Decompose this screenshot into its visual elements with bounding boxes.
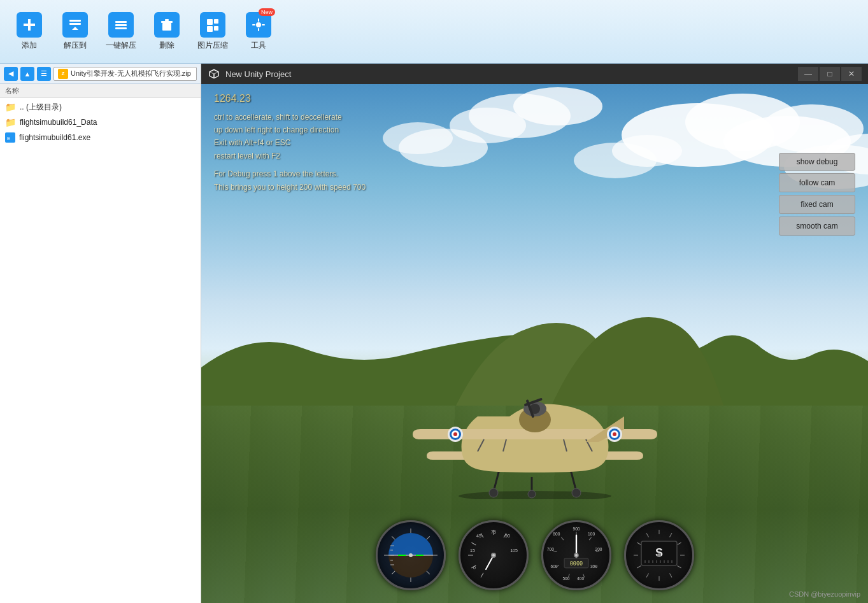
name-column-header: 名称	[5, 86, 19, 96]
svg-rect-18	[252, 24, 255, 25]
file-name-parent: .. (上级目录)	[20, 102, 62, 113]
svg-line-82	[481, 573, 483, 578]
svg-line-121	[669, 574, 672, 578]
gauge-speed: 75 90 105 45 15 0	[459, 520, 529, 590]
extract-all-icon	[108, 12, 134, 38]
svg-text:100: 100	[588, 532, 595, 536]
file-item-parent[interactable]: 📁 .. (上级目录)	[0, 99, 201, 115]
instruction-3: Exit with Alt+f4 or ESC	[214, 136, 366, 149]
svg-point-39	[489, 488, 498, 497]
gauges-row: 75 90 105 45 15 0	[376, 520, 694, 590]
instruction-6: This brings you to height 200 with speed…	[214, 181, 366, 194]
window-controls: — □ ✕	[798, 67, 862, 81]
svg-rect-11	[207, 19, 213, 25]
file-item-data[interactable]: 📁 flightsimubuild61_Data	[0, 115, 201, 130]
tools-icon: New	[246, 12, 271, 38]
svg-line-117	[669, 533, 672, 537]
tools-button[interactable]: New 工具	[236, 7, 281, 56]
extract-all-button[interactable]: 一键解压	[98, 7, 144, 56]
instruction-2: up down left right to change direction	[214, 124, 366, 136]
svg-text:900: 900	[573, 527, 580, 531]
svg-line-127	[646, 533, 649, 537]
svg-rect-16	[258, 18, 259, 22]
instruction-4: restart level with F2	[214, 150, 366, 162]
svg-text:15: 15	[470, 548, 475, 553]
new-badge: New	[259, 8, 275, 16]
watermark: CSDN @biyezuopinvip	[789, 590, 860, 598]
svg-line-109	[561, 537, 564, 540]
nav-back-button[interactable]: ◀	[4, 67, 18, 81]
add-label: 添加	[22, 40, 37, 51]
smooth-cam-button[interactable]: smooth cam	[779, 216, 855, 236]
svg-text:700: 700	[546, 547, 553, 551]
follow-cam-button[interactable]: follow cam	[779, 173, 855, 192]
unity-logo-icon	[208, 67, 220, 80]
gauge-direction: S	[624, 520, 694, 590]
camera-buttons: follow cam fixed cam smooth cam	[779, 173, 855, 236]
show-debug-button[interactable]: show debug	[779, 153, 855, 171]
svg-rect-12	[214, 19, 218, 24]
hud-score: 1264.23	[214, 90, 366, 107]
smooth-cam-label: smooth cam	[796, 222, 837, 231]
game-viewport[interactable]: 1264.23 ctrl to accellerate, shift to de…	[201, 84, 868, 603]
svg-line-126	[637, 543, 641, 545]
svg-line-102	[589, 537, 592, 540]
parent-folder-icon: 📁	[5, 102, 16, 112]
svg-rect-7	[115, 27, 127, 29]
svg-line-62	[426, 571, 429, 574]
address-path: Z Unity引擎开发-无人机模拟飞行实现.zip	[53, 67, 197, 81]
svg-rect-6	[115, 24, 127, 26]
toolbar: 添加 解压到 一键解压 删除 图片压缩 New 工具	[0, 0, 868, 64]
maximize-button[interactable]: □	[820, 67, 840, 81]
svg-rect-17	[258, 28, 259, 31]
svg-point-15	[256, 22, 261, 27]
close-button[interactable]: ✕	[841, 67, 862, 81]
show-debug-label: show debug	[797, 157, 838, 166]
gauge-altitude	[376, 520, 446, 590]
fixed-cam-button[interactable]: fixed cam	[779, 195, 855, 214]
address-text: Unity引擎开发-无人机模拟飞行实现.zip	[71, 69, 191, 78]
svg-text:300: 300	[590, 564, 597, 569]
svg-point-40	[572, 488, 581, 497]
svg-point-91	[492, 554, 495, 557]
unity-titlebar: New Unity Project — □ ✕	[201, 64, 868, 84]
extract-button[interactable]: 解压到	[52, 7, 98, 56]
svg-rect-14	[207, 26, 213, 32]
tools-label: 工具	[251, 40, 266, 51]
file-item-exe[interactable]: E flightsimubuild61.exe	[0, 130, 201, 145]
svg-rect-5	[115, 21, 127, 23]
file-manager: ◀ ▲ ☰ Z Unity引擎开发-无人机模拟飞行实现.zip 名称 📁 .. …	[0, 64, 201, 603]
fixed-cam-label: fixed cam	[800, 200, 833, 209]
delete-button[interactable]: 删除	[144, 7, 190, 56]
imgzip-label: 图片压缩	[197, 40, 228, 51]
svg-rect-13	[214, 26, 218, 31]
svg-text:800: 800	[553, 532, 560, 536]
instruction-1: ctrl to accellerate, shift to deccellera…	[214, 111, 366, 124]
imgzip-button[interactable]: 图片压缩	[190, 7, 236, 56]
svg-point-115	[575, 554, 578, 557]
file-list: 📁 .. (上级目录) 📁 flightsimubuild61_Data E f…	[0, 98, 201, 146]
add-icon	[17, 12, 42, 38]
svg-rect-9	[161, 21, 173, 23]
nav-up-button[interactable]: ▲	[20, 67, 34, 81]
nav-list-button[interactable]: ☰	[37, 67, 51, 81]
follow-cam-label: follow cam	[799, 178, 836, 187]
instruction-5: For Debug press 1 above the letters.	[214, 167, 366, 180]
svg-text:45: 45	[476, 534, 481, 538]
svg-line-124	[637, 566, 641, 569]
gauge-altimeter: 900 100 200 300 400 500 600 700 800	[541, 520, 611, 590]
add-button[interactable]: 添加	[6, 7, 52, 56]
column-header: 名称	[0, 84, 201, 98]
svg-rect-3	[69, 23, 81, 25]
svg-text:400: 400	[577, 576, 584, 581]
unity-title: New Unity Project	[225, 69, 793, 79]
file-name-exe: flightsimubuild61.exe	[19, 133, 90, 142]
imgzip-icon	[200, 12, 225, 38]
minimize-button[interactable]: —	[798, 67, 818, 81]
svg-line-60	[426, 536, 429, 539]
svg-rect-2	[69, 20, 81, 22]
svg-point-41	[528, 490, 536, 498]
address-bar: ◀ ▲ ☰ Z Unity引擎开发-无人机模拟飞行实现.zip	[0, 64, 201, 84]
svg-marker-4	[72, 27, 78, 30]
svg-line-123	[646, 574, 649, 578]
